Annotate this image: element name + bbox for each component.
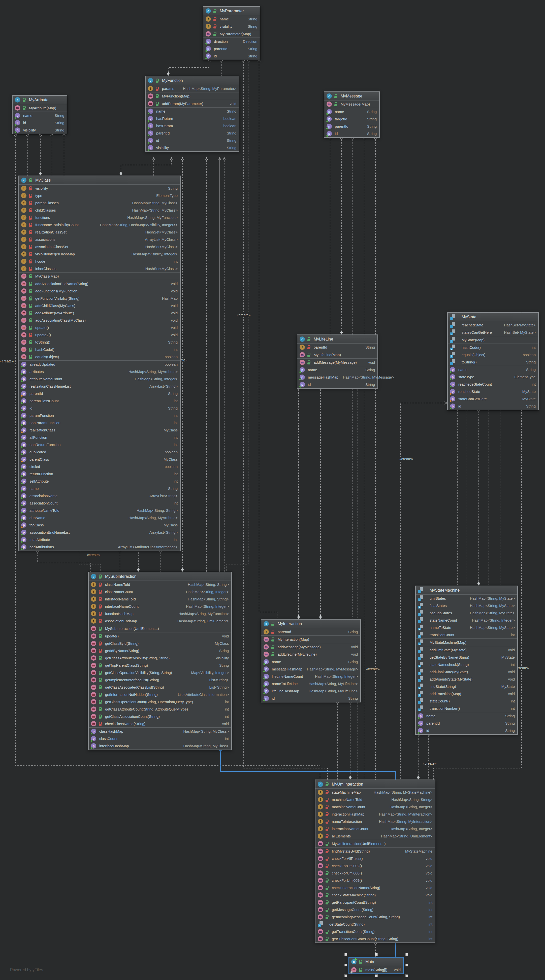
member-row[interactable]: pparentIdString <box>203 45 260 52</box>
selection-handle[interactable] <box>344 953 347 956</box>
member-row[interactable]: pnameString <box>19 485 180 492</box>
member-row[interactable]: prealizationClassMyClass <box>19 426 180 434</box>
member-row[interactable]: mgetSubsequentStateCount(String, String)… <box>316 935 435 942</box>
member-row[interactable]: pselfAttributeint <box>19 477 180 485</box>
member-row[interactable]: mupdate()void <box>89 632 231 640</box>
member-row[interactable]: pidString <box>416 727 517 734</box>
member-row[interactable]: MyState(Map) <box>448 336 538 344</box>
dependency-edge[interactable] <box>258 59 277 619</box>
member-row[interactable]: pdupNameHashMap<String, MyArribute> <box>19 514 180 521</box>
member-row[interactable]: finterfaceNameToIdHashMap<String, String… <box>89 595 231 603</box>
member-row[interactable]: palreadyUpdatedboolean <box>19 361 180 368</box>
member-row[interactable]: plifeLineHashMapHashMap<String, MyLifeLi… <box>261 687 360 695</box>
class-node-MyParameter[interactable]: cMyParameterfnameStringfvisibilityString… <box>203 6 260 60</box>
member-row[interactable]: passociationEndNameListArrayList<String> <box>19 529 180 536</box>
member-row[interactable]: statesCanGetHereHashSet<MyState> <box>448 329 538 336</box>
member-row[interactable]: pnameToLifeLineHashMap<String, MyLifeLin… <box>261 680 360 687</box>
class-node-MyArribute[interactable]: cMyArributemMyArribute(Map)pnameStringpi… <box>12 95 67 134</box>
member-row[interactable]: mMyLifeLine(Map) <box>297 351 378 358</box>
member-row[interactable]: pidString <box>13 119 67 126</box>
dependency-edge[interactable] <box>329 137 331 334</box>
member-row[interactable]: mgetInformationNotHidden(String)List<Att… <box>89 691 231 698</box>
selection-handle[interactable] <box>405 974 408 977</box>
member-row[interactable]: mMyUmlInteraction(UmlElement...) <box>316 840 435 847</box>
member-row[interactable]: fparamsHashMap<String, MyParameter> <box>146 85 239 92</box>
class-header[interactable]: cMyInteraction <box>261 620 360 628</box>
member-row[interactable]: mcheckForUml008()void <box>316 869 435 877</box>
member-row[interactable]: pparentIdString <box>416 719 517 727</box>
member-row[interactable]: mgetParticipantCount(String)int <box>316 899 435 906</box>
member-row[interactable]: mupdate2()void <box>19 331 180 339</box>
member-row[interactable]: pparentClassCountint <box>19 397 180 404</box>
member-row[interactable]: pidString <box>261 695 360 702</box>
class-header[interactable]: cMyFunction <box>146 76 239 85</box>
member-row[interactable]: pattributeNameCountHashMap<String, Integ… <box>19 375 180 383</box>
diagram-canvas[interactable]: «create»«create»«create»«create»«create»… <box>0 0 545 980</box>
selection-handle[interactable] <box>344 964 347 966</box>
dependency-edge[interactable] <box>427 733 430 780</box>
member-row[interactable]: fmachineNameToIdHashMap<String, String> <box>316 796 435 803</box>
dependency-edge[interactable] <box>36 549 91 572</box>
member-row[interactable]: nameToStateHashMap<String, MyState> <box>416 624 517 631</box>
member-row[interactable]: mMyMessage(Map) <box>324 100 379 108</box>
member-row[interactable]: fnameString <box>203 15 260 23</box>
class-header[interactable]: cMyLifeLine <box>297 335 378 344</box>
class-header[interactable]: cMyParameter <box>203 7 260 15</box>
member-row[interactable]: pnonParamFunctionint <box>19 419 180 426</box>
member-row[interactable]: mtoString()String <box>19 339 180 346</box>
class-header[interactable]: MyStateMachine <box>416 586 517 595</box>
member-row[interactable]: pattributeNameToIdHashMap<String, String… <box>19 507 180 514</box>
member-row[interactable]: maddAssociationEndName(String)void <box>19 280 180 287</box>
member-row[interactable]: mgetClassAttributeCount(String, Attribut… <box>89 705 231 713</box>
class-header[interactable]: cMain <box>349 958 403 966</box>
member-row[interactable]: fvisibilityIntegerHashMapHashMap<Visibil… <box>19 250 180 258</box>
dependency-edge[interactable] <box>374 137 377 780</box>
member-row[interactable]: transitionNumber()int <box>416 705 517 712</box>
class-node-MyState[interactable]: MyStatereachedStateHashSet<MyState>state… <box>447 312 539 410</box>
member-row[interactable]: mgetIdByName(String)String <box>89 647 231 654</box>
class-node-MyUmlInteraction[interactable]: cMyUmlInteractionfstateMachineMapHashMap… <box>315 780 435 943</box>
member-row[interactable]: pidString <box>448 402 538 410</box>
member-row[interactable]: phasReturnboolean <box>146 115 239 122</box>
member-row[interactable]: finalStatesHashMap<String, MyState> <box>416 602 517 609</box>
member-row[interactable]: mMyArribute(Map) <box>13 104 67 111</box>
member-row[interactable]: reachedStateHashSet<MyState> <box>448 321 538 329</box>
member-row[interactable]: pidString <box>203 52 260 60</box>
member-row[interactable]: equals(Object)boolean <box>448 351 538 358</box>
member-row[interactable]: pparentClassMyClass <box>19 456 180 463</box>
member-row[interactable]: mgetTopParentClass(String)String <box>89 662 231 669</box>
member-row[interactable]: ffuncNameToVisibilityCountHashMap<String… <box>19 221 180 228</box>
dependency-edge[interactable] <box>159 549 162 572</box>
member-row[interactable]: ftypeElementType <box>19 192 180 199</box>
member-row[interactable]: pnameString <box>324 108 379 115</box>
member-row[interactable]: mMyParameter(Map) <box>203 30 260 38</box>
member-row[interactable]: finherClassesHashSet<MyClass> <box>19 265 180 272</box>
member-row[interactable]: mgetClassOperationVisibility(String, Str… <box>89 669 231 676</box>
member-row[interactable]: addPseudoState(MyState)void <box>416 676 517 683</box>
member-row[interactable]: pallFunctionint <box>19 434 180 441</box>
member-row[interactable]: preturnFunctionint <box>19 470 180 477</box>
dependency-edge[interactable] <box>181 158 184 568</box>
class-node-MyFunction[interactable]: cMyFunctionfparamsHashMap<String, MyPara… <box>145 76 239 152</box>
member-row[interactable]: mmain(String[])void <box>349 966 403 974</box>
member-row[interactable]: mcheckForUml002()void <box>316 862 435 869</box>
member-row[interactable]: fclassNameToIdHashMap<String, String> <box>89 581 231 588</box>
member-row[interactable]: pinterfaceHashMapHashMap<String, MyClass… <box>89 742 231 749</box>
member-row[interactable]: pmessageHashMapHashMap<String, MyMessage… <box>261 665 360 673</box>
member-row[interactable]: preachedStateMyState <box>448 388 538 395</box>
class-node-Main[interactable]: cMainmmain(String[])void <box>349 957 404 974</box>
member-row[interactable]: mgetTransitionCount(String)int <box>316 928 435 935</box>
member-row[interactable]: preachedeStateCountint <box>448 380 538 388</box>
member-row[interactable]: addFinalState(MyState)void <box>416 668 517 676</box>
dependency-edge[interactable] <box>27 133 29 175</box>
member-row[interactable]: getStateByName(String)MyState <box>416 654 517 661</box>
member-row[interactable]: mgetImplementInterfaceList(String)List<S… <box>89 676 231 684</box>
member-row[interactable]: transitionCountint <box>416 631 517 638</box>
dependency-edge[interactable] <box>51 133 53 175</box>
member-row[interactable]: mgetClassAttributeVisibility(String, Str… <box>89 654 231 662</box>
member-row[interactable]: umlStatesHashMap<String, MyState> <box>416 595 517 602</box>
member-row[interactable]: maddLifeLine(MyLifeLine)void <box>261 651 360 658</box>
dependency-edge[interactable] <box>218 158 221 572</box>
dependency-edge[interactable] <box>297 387 300 615</box>
member-row[interactable]: pparentIdString <box>146 129 239 137</box>
